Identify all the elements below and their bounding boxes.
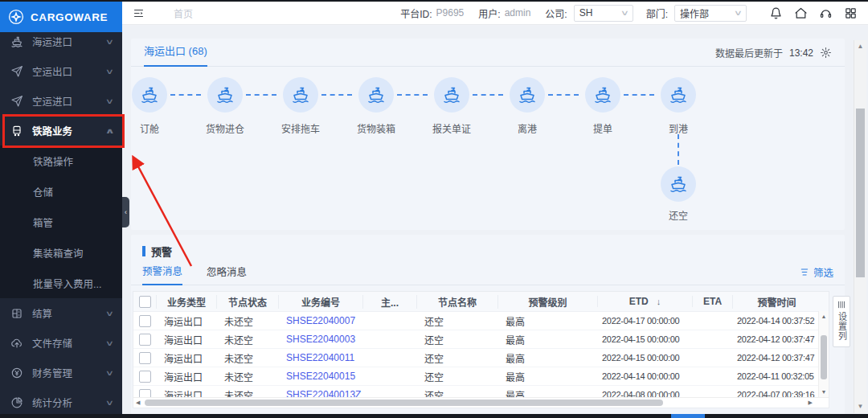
top-header: 首页 平台ID: P9695 用户: admin 公司: SH ∨ (122, 2, 868, 25)
title-accent-bar (142, 246, 145, 256)
business-no-link[interactable]: SHSE22040003 (286, 334, 355, 345)
select-all-checkbox[interactable] (139, 296, 151, 308)
filter-button[interactable]: 筛选 (799, 264, 833, 285)
row-checkbox[interactable] (139, 371, 151, 383)
table-row[interactable]: 海运出口未还空SHSE22040003还空最高2022-04-15 00:00:… (133, 330, 829, 349)
window-bottom-accent (671, 414, 705, 418)
scroll-up-arrow[interactable]: ▲ (854, 42, 866, 51)
business-no-link[interactable]: SHSE22040007 (286, 315, 355, 326)
brand-logo[interactable]: CARGOWARE (0, 2, 122, 32)
scroll-left-arrow[interactable]: ◀ (136, 398, 140, 408)
workflow-branch-step (661, 166, 696, 202)
sidebar-subitem[interactable]: 仓储 (0, 176, 122, 207)
plane-icon (10, 95, 23, 108)
table-hscroll-thumb[interactable] (145, 400, 663, 406)
menu-fold-icon[interactable] (133, 7, 145, 19)
column-header-business-type[interactable]: 业务类型 (156, 295, 216, 309)
workflow-step-label: 安排拖车 (265, 121, 336, 135)
alerts-title-row: 预警 (131, 235, 845, 264)
business-no-link[interactable]: SHSE22040015 (286, 371, 355, 382)
sidebar-item[interactable]: 空运出口∨ (0, 56, 122, 86)
table-row[interactable]: 海运出口未还空SHSE22040011还空最高2022-04-15 00:00:… (133, 349, 829, 367)
page-scrollbar[interactable]: ▲ ▼ (854, 40, 866, 413)
table-row[interactable]: 海运出口未还空SHSE22040007还空最高2022-04-17 00:00:… (133, 312, 829, 330)
sidebar-item[interactable]: 统计分析∨ (0, 387, 122, 417)
column-header-master-no[interactable]: 主... (362, 295, 416, 309)
sidebar-subitem[interactable]: 集装箱查询 (0, 237, 122, 268)
cell-node-name: 还空 (416, 370, 497, 383)
sidebar-item[interactable]: 财务管理∨ (0, 358, 122, 387)
cell-etd: 2022-04-17 00:00:00 (597, 316, 692, 326)
department-select[interactable]: 操作部 ∨ (674, 5, 747, 22)
sidebar-item[interactable]: 空运进口∨ (0, 86, 122, 116)
tab-home[interactable]: 首页 (174, 6, 193, 20)
column-header-eta[interactable]: ETA (692, 296, 732, 307)
grid-icon[interactable] (844, 6, 858, 20)
annotation-highlight-rect (2, 114, 125, 148)
ship-icon (510, 77, 545, 113)
columns-icon (837, 300, 846, 309)
cell-alert-level: 最高 (497, 333, 597, 346)
column-header-node-status[interactable]: 节点状态 (216, 295, 278, 309)
scroll-up-arrow[interactable]: ▲ (819, 313, 829, 321)
column-header-etd[interactable]: ETD↓ (597, 296, 692, 307)
sidebar-item-label: 结算 (32, 305, 107, 321)
row-checkbox[interactable] (139, 334, 151, 346)
sidebar-collapse-handle[interactable]: ‹ (122, 197, 129, 227)
cell-alert-time: 2022-04-12 00:37:47 (732, 353, 821, 363)
sidebar-item-label: 财务管理 (32, 365, 107, 380)
row-checkbox[interactable] (139, 352, 151, 364)
workflow-step-label: 报关单证 (416, 121, 487, 135)
app-window: CARGOWARE 海运进口∨空运出口∨空运进口∨铁路业务∧铁路操作仓储箱管集装… (0, 0, 868, 418)
cloud-upload-icon (10, 337, 23, 350)
scroll-down-arrow[interactable]: ▼ (854, 402, 866, 412)
company-select[interactable]: SH ∨ (574, 5, 633, 22)
tab-ignored-messages[interactable]: 忽略消息 (207, 264, 247, 285)
scroll-right-arrow[interactable]: ▶ (809, 398, 813, 408)
tab-alert-messages[interactable]: 预警消息 (142, 263, 182, 285)
column-header-alert-time[interactable]: 预警时间 (732, 295, 821, 309)
gear-icon[interactable] (820, 47, 832, 59)
data-updated-label: 数据最后更新于 (715, 46, 783, 59)
table-body: 海运出口未还空SHSE22040007还空最高2022-04-17 00:00:… (133, 312, 829, 404)
sidebar-subitem[interactable]: 铁路操作 (0, 145, 122, 176)
home-icon[interactable] (794, 6, 808, 20)
business-no-link[interactable]: SHSE22040011 (286, 352, 354, 363)
data-updated: 数据最后更新于 13:42 (715, 46, 832, 66)
sidebar-subitem[interactable]: 批量导入费用... (0, 268, 122, 298)
row-checkbox[interactable] (139, 315, 151, 327)
workflow-step-label: 还空 (643, 208, 714, 222)
workflow-step-label: 到港 (643, 121, 714, 135)
window-bottom-edge (0, 414, 868, 418)
cell-alert-time: 2022-04-12 00:37:47 (732, 334, 821, 344)
tab-sea-export[interactable]: 海运出口 (68) (144, 43, 207, 67)
sidebar-subitem[interactable]: 箱管 (0, 207, 122, 237)
table-vertical-scrollbar[interactable]: ▲ ▼ (818, 311, 829, 398)
page-scrollbar-thumb[interactable] (856, 109, 865, 277)
column-header-alert-level[interactable]: 预警级别 (497, 295, 597, 309)
table-row[interactable]: 海运出口未还空SHSE22040015还空最高2022-04-14 00:00:… (133, 367, 829, 386)
column-header-node-name[interactable]: 节点名称 (416, 295, 497, 309)
column-settings-tab[interactable]: 设置列 (833, 296, 850, 347)
bell-icon[interactable] (769, 6, 783, 20)
headset-icon[interactable] (819, 6, 833, 20)
sidebar-item[interactable]: 结算∨ (0, 298, 122, 328)
platform-id-value: P9695 (436, 7, 465, 18)
filter-icon (799, 267, 809, 277)
column-header-business-no[interactable]: 业务编号 (278, 295, 362, 309)
cell-alert-level: 最高 (497, 370, 597, 383)
calculator-icon (10, 307, 23, 320)
company-select-value: SH (579, 7, 593, 18)
sidebar-item[interactable]: 文件存储∨ (0, 328, 122, 358)
sort-desc-icon[interactable]: ↓ (657, 297, 661, 306)
chevron-down-icon: ∨ (105, 309, 114, 318)
workflow-tabrow: 海运出口 (68) 数据最后更新于 13:42 (131, 39, 845, 67)
table-horizontal-scrollbar[interactable]: ◀ ▶ (133, 397, 829, 408)
department-label: 部门: (646, 6, 668, 20)
scroll-down-arrow[interactable]: ▼ (819, 388, 829, 396)
table-vscroll-thumb[interactable] (821, 335, 827, 379)
cell-business-no: SHSE22040011 (278, 352, 362, 363)
compass-logo-icon (7, 8, 25, 26)
ship-icon (10, 35, 23, 48)
workflow-branch-connector (678, 134, 679, 165)
